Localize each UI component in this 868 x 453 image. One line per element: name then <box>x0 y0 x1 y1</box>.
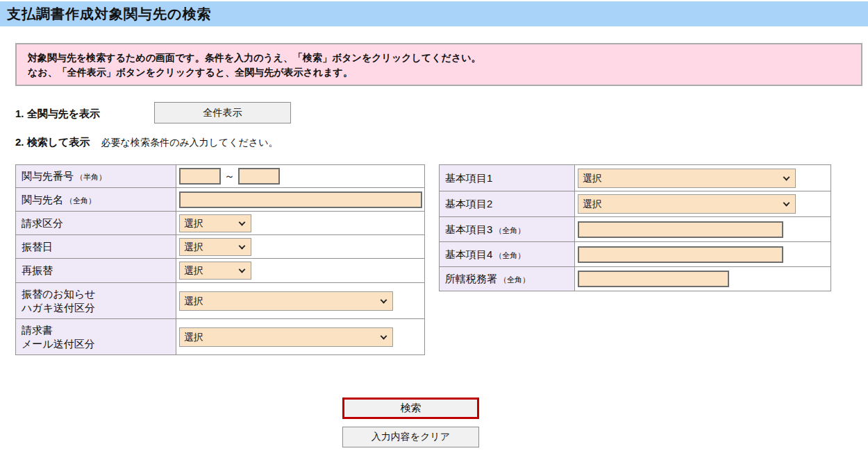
table-row: 関与先番号 （半角） ～ <box>16 165 424 187</box>
table-row: 請求区分 選択 <box>16 211 424 234</box>
invoice-mail-label-line1: 請求書 <box>22 323 53 337</box>
tax-office-input[interactable] <box>578 271 729 287</box>
billing-category-label: 請求区分 <box>22 216 63 230</box>
basic-item3-value-cell <box>575 217 831 241</box>
table-row: 基本項目2 選択 <box>440 191 831 216</box>
clear-input-button[interactable]: 入力内容をクリア <box>342 427 479 447</box>
page-title: 支払調書作成対象関与先の検索 <box>0 5 211 24</box>
section2: 2. 検索して表示 必要な検索条件のみ入力してください。 <box>15 136 278 149</box>
basic-item1-label: 基本項目1 <box>445 171 492 185</box>
tax-office-label-cell: 所轄税務署 （全角） <box>440 267 575 291</box>
notice-line-2: なお、「全件表示」ボタンをクリックすると、全関与先が表示されます。 <box>28 65 861 80</box>
transfer-date-label: 振替日 <box>22 240 53 254</box>
transfer-notice-label-line1: 振替のお知らせ <box>22 287 95 301</box>
search-conditions-table-right: 基本項目1 選択 基本項目2 選択 <box>439 164 831 291</box>
client-number-suffix: （半角） <box>76 172 106 182</box>
client-name-suffix: （全角） <box>65 196 96 206</box>
billing-category-value-cell: 選択 <box>176 212 424 234</box>
transfer-notice-postcard-select[interactable]: 選択 <box>179 291 393 311</box>
client-name-label: 関与先名 <box>22 193 63 207</box>
tax-office-label: 所轄税務署 <box>445 272 497 286</box>
client-number-value-cell: ～ <box>176 165 424 187</box>
basic-item4-value-cell <box>575 242 831 266</box>
table-row: 基本項目4 （全角） <box>440 241 831 266</box>
invoice-mail-label-line2: メール送付区分 <box>22 337 95 351</box>
basic-item2-label-cell: 基本項目2 <box>440 191 575 216</box>
invoice-mail-label-cell: 請求書 メール送付区分 <box>16 319 176 354</box>
table-row: 請求書 メール送付区分 選択 <box>16 318 424 354</box>
tax-office-suffix: （全角） <box>499 275 530 285</box>
table-row: 再振替 選択 <box>16 258 424 282</box>
client-name-input[interactable] <box>179 191 422 208</box>
basic-item1-label-cell: 基本項目1 <box>440 165 575 191</box>
basic-item2-value-cell: 選択 <box>575 191 831 216</box>
table-row: 基本項目3 （全角） <box>440 216 831 241</box>
client-number-label-cell: 関与先番号 （半角） <box>16 165 176 187</box>
notice-box: 対象関与先を検索するための画面です。条件を入力のうえ、「検索」ボタンをクリックし… <box>15 43 862 86</box>
transfer-date-label-cell: 振替日 <box>16 235 176 258</box>
transfer-notice-label-line2: ハガキ送付区分 <box>22 301 95 315</box>
basic-item4-label: 基本項目4 <box>445 248 492 262</box>
basic-item1-value-cell: 選択 <box>575 165 831 191</box>
billing-category-label-cell: 請求区分 <box>16 212 176 234</box>
basic-item3-label-cell: 基本項目3 （全角） <box>440 217 575 241</box>
basic-item3-label: 基本項目3 <box>445 223 492 237</box>
basic-item3-suffix: （全角） <box>494 225 525 236</box>
client-number-to-input[interactable] <box>238 168 280 185</box>
basic-item4-label-cell: 基本項目4 （全角） <box>440 242 575 266</box>
table-row: 所轄税務署 （全角） <box>440 266 831 291</box>
table-row: 基本項目1 選択 <box>440 165 831 191</box>
invoice-mail-select[interactable]: 選択 <box>179 327 393 347</box>
transfer-notice-postcard-value-cell: 選択 <box>176 283 424 318</box>
invoice-mail-value-cell: 選択 <box>176 319 424 354</box>
table-row: 関与先名 （全角） <box>16 187 424 211</box>
notice-line-1: 対象関与先を検索するための画面です。条件を入力のうえ、「検索」ボタンをクリックし… <box>28 51 861 65</box>
search-conditions-table-left: 関与先番号 （半角） ～ 関与先名 （全角） <box>15 164 425 355</box>
client-name-value-cell <box>176 188 424 211</box>
section2-label: 2. 検索して表示 <box>15 136 90 148</box>
client-number-from-input[interactable] <box>179 168 221 185</box>
retransfer-label: 再振替 <box>22 264 53 277</box>
retransfer-value-cell: 選択 <box>176 259 424 282</box>
range-separator: ～ <box>224 170 235 183</box>
tax-office-value-cell <box>575 267 831 291</box>
billing-category-select[interactable]: 選択 <box>179 214 251 232</box>
client-name-label-cell: 関与先名 （全角） <box>16 188 176 211</box>
basic-item1-select[interactable]: 選択 <box>578 169 796 188</box>
basic-item3-input[interactable] <box>578 221 783 238</box>
basic-item4-suffix: （全角） <box>494 250 525 261</box>
transfer-date-value-cell: 選択 <box>176 235 424 258</box>
section2-note: 必要な検索条件のみ入力してください。 <box>101 137 278 148</box>
retransfer-select[interactable]: 選択 <box>179 262 251 280</box>
basic-item4-input[interactable] <box>578 246 783 263</box>
retransfer-label-cell: 再振替 <box>16 259 176 282</box>
page-header: 支払調書作成対象関与先の検索 <box>0 1 868 26</box>
page: 支払調書作成対象関与先の検索 対象関与先を検索するための画面です。条件を入力のう… <box>0 0 868 453</box>
table-row: 振替のお知らせ ハガキ送付区分 選択 <box>16 282 424 318</box>
show-all-button[interactable]: 全件表示 <box>154 102 291 123</box>
basic-item2-label: 基本項目2 <box>445 197 492 211</box>
transfer-notice-postcard-label-cell: 振替のお知らせ ハガキ送付区分 <box>16 283 176 318</box>
client-number-label: 関与先番号 <box>22 169 74 183</box>
table-row: 振替日 選択 <box>16 234 424 258</box>
search-button[interactable]: 検索 <box>342 398 479 419</box>
basic-item2-select[interactable]: 選択 <box>578 194 796 214</box>
section1-label: 1. 全関与先を表示 <box>15 103 100 124</box>
transfer-date-select[interactable]: 選択 <box>179 238 251 256</box>
